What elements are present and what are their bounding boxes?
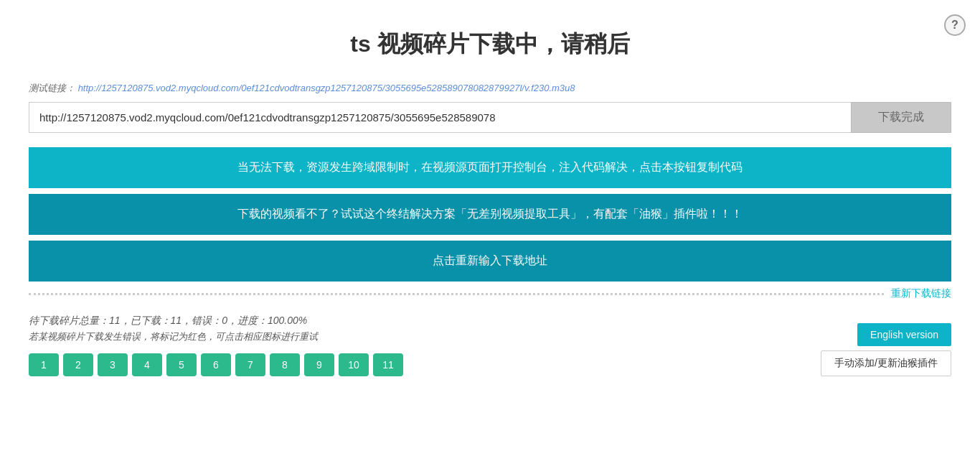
hint-row: 若某视频碎片下载发生错误，将标记为红色，可点击相应图标进行重试 [29,330,951,343]
fragment-button-4[interactable]: 4 [132,353,162,376]
fragments-row: 1234567891011 [29,353,951,376]
fragment-button-6[interactable]: 6 [201,353,231,376]
test-link-url[interactable]: http://1257120875.vod2.myqcloud.com/0ef1… [78,83,575,93]
dotted-divider [29,293,884,295]
actions-section: 当无法下载，资源发生跨域限制时，在视频源页面打开控制台，注入代码解决，点击本按钮… [29,147,951,282]
question-mark-icon: ? [951,19,958,32]
page-title: ts 视频碎片下载中，请稍后 [29,29,951,60]
fragment-button-9[interactable]: 9 [304,353,334,376]
fragment-button-10[interactable]: 10 [339,353,369,376]
install-plugin-button[interactable]: 手动添加/更新油猴插件 [821,350,951,376]
fragment-button-11[interactable]: 11 [373,353,403,376]
url-input[interactable] [29,102,851,133]
video-extract-button[interactable]: 下载的视频看不了？试试这个终结解决方案「无差别视频提取工具」，有配套「油猴」插件… [29,194,951,235]
fragment-button-3[interactable]: 3 [98,353,128,376]
bottom-right-panel: English version 手动添加/更新油猴插件 [821,323,951,376]
test-link-row: 测试链接： http://1257120875.vod2.myqcloud.co… [29,82,951,95]
fragment-button-5[interactable]: 5 [166,353,197,376]
help-button[interactable]: ? [944,14,966,36]
fragment-button-2[interactable]: 2 [63,353,93,376]
url-row: 下载完成 [29,102,951,133]
download-complete-button[interactable]: 下载完成 [851,102,951,133]
stats-row: 待下载碎片总量：11，已下载：11，错误：0，进度：100.00% [29,315,951,327]
divider-row: 重新下载链接 [29,287,951,300]
english-version-button[interactable]: English version [857,323,951,346]
test-link-label: 测试链接： [29,83,75,93]
copy-code-button[interactable]: 当无法下载，资源发生跨域限制时，在视频源页面打开控制台，注入代码解决，点击本按钮… [29,147,951,188]
fragment-button-1[interactable]: 1 [29,353,59,376]
fragment-button-8[interactable]: 8 [270,353,300,376]
fragment-button-7[interactable]: 7 [235,353,265,376]
redownload-link[interactable]: 重新下载链接 [891,287,951,300]
re-input-address-button[interactable]: 点击重新输入下载地址 [29,241,951,282]
